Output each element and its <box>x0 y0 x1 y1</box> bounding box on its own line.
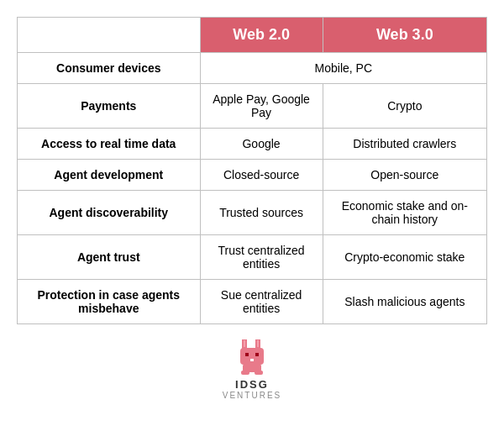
table-row: Consumer devicesMobile, PC <box>18 53 487 84</box>
logo-brand: IDSG <box>235 378 269 391</box>
header-web2: Web 2.0 <box>200 18 323 53</box>
row-4-label: Agent discoverability <box>18 191 201 235</box>
rabbit-logo-icon <box>232 336 272 376</box>
page-container: Web 2.0 Web 3.0 Consumer devicesMobile, … <box>0 0 504 447</box>
row-6-web3: Slash malicious agents <box>323 280 486 324</box>
comparison-table: Web 2.0 Web 3.0 Consumer devicesMobile, … <box>17 17 487 324</box>
svg-rect-5 <box>245 353 249 356</box>
header-empty-cell <box>18 18 201 53</box>
svg-rect-7 <box>250 359 254 361</box>
svg-rect-3 <box>257 340 259 347</box>
table-row: Protection in case agents misbehaveSue c… <box>18 280 487 324</box>
row-3-web3: Open-source <box>323 160 486 191</box>
row-4-web3: Economic stake and on-chain history <box>323 191 486 235</box>
row-0-label: Consumer devices <box>18 53 201 84</box>
row-2-label: Access to real time data <box>18 129 201 160</box>
row-2-web2: Google <box>200 129 323 160</box>
table-row: Agent trustTrust centralized entitiesCry… <box>18 235 487 280</box>
row-4-web2: Trusted sources <box>200 191 323 235</box>
row-3-web2: Closed-source <box>200 160 323 191</box>
row-0-web2: Mobile, PC <box>200 53 486 84</box>
row-5-web3: Crypto-economic stake <box>323 235 486 280</box>
svg-rect-9 <box>241 371 249 375</box>
row-6-label: Protection in case agents misbehave <box>18 280 201 324</box>
row-1-web2: Apple Pay, Google Pay <box>200 84 323 129</box>
row-1-web3: Crypto <box>323 84 486 129</box>
row-2-web3: Distributed crawlers <box>323 129 486 160</box>
svg-rect-6 <box>255 353 259 356</box>
svg-rect-1 <box>244 340 245 347</box>
row-3-label: Agent development <box>18 160 201 191</box>
table-row: Agent discoverabilityTrusted sourcesEcon… <box>18 191 487 235</box>
row-6-web2: Sue centralized entities <box>200 280 323 324</box>
logo-area: IDSG VENTURES <box>223 336 281 400</box>
svg-rect-4 <box>240 348 264 365</box>
logo-sub: VENTURES <box>223 391 281 400</box>
row-1-label: Payments <box>18 84 201 129</box>
table-row: Agent developmentClosed-sourceOpen-sourc… <box>18 160 487 191</box>
svg-rect-10 <box>255 371 263 375</box>
header-web3: Web 3.0 <box>323 18 486 53</box>
table-row: PaymentsApple Pay, Google PayCrypto <box>18 84 487 129</box>
row-5-web2: Trust centralized entities <box>200 235 323 280</box>
table-row: Access to real time dataGoogleDistribute… <box>18 129 487 160</box>
row-5-label: Agent trust <box>18 235 201 280</box>
